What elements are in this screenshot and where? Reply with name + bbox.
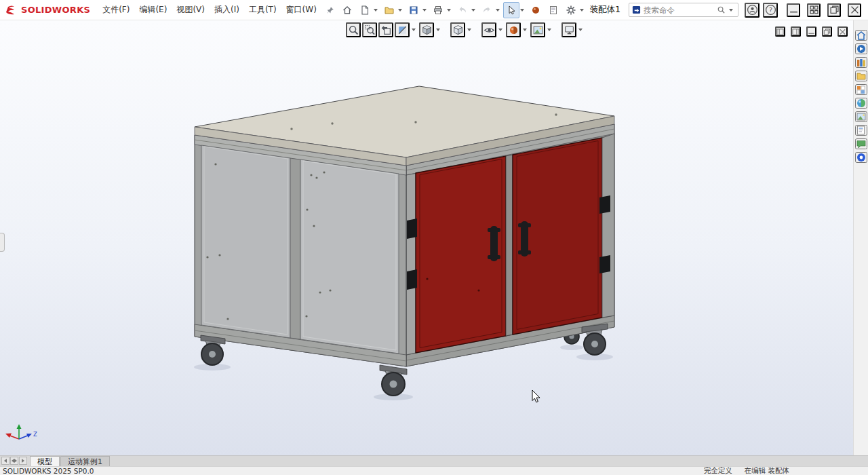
- select-button[interactable]: [503, 2, 519, 18]
- help-icon[interactable]: ?: [763, 3, 778, 18]
- menu-edit[interactable]: 编辑(E): [134, 1, 172, 18]
- open-document-dropdown[interactable]: [398, 9, 402, 12]
- previous-view-icon[interactable]: [378, 22, 393, 37]
- solidworks-logo-icon: [5, 5, 19, 16]
- document-title: 装配体1: [589, 4, 620, 16]
- tab-model[interactable]: 模型: [30, 456, 60, 466]
- menu-view[interactable]: 视图(V): [172, 1, 210, 18]
- mouse-cursor: [532, 390, 540, 402]
- menu-insert[interactable]: 插入(I): [210, 1, 244, 18]
- search-icon[interactable]: [717, 5, 726, 14]
- doc-minimize-icon[interactable]: [806, 26, 816, 37]
- options-dropdown[interactable]: [580, 9, 584, 12]
- user-account-icon[interactable]: [745, 3, 760, 18]
- menu-tools[interactable]: 工具(T): [244, 1, 281, 18]
- graphics-area[interactable]: Z: [0, 20, 853, 455]
- view-settings-icon[interactable]: [561, 22, 576, 37]
- view-orientation-dropdown[interactable]: [436, 28, 440, 31]
- new-document-dropdown[interactable]: [374, 9, 378, 12]
- solidworks-resources-icon[interactable]: [855, 43, 867, 54]
- caster-right[interactable]: [582, 324, 608, 355]
- taskpane-home-icon[interactable]: [855, 30, 867, 41]
- options-gear-icon[interactable]: [563, 2, 579, 18]
- command-search[interactable]: [629, 3, 738, 17]
- search-dropdown[interactable]: [729, 9, 733, 12]
- print-button[interactable]: [430, 2, 446, 18]
- caster-left[interactable]: [201, 335, 225, 365]
- view-orientation-icon[interactable]: [419, 22, 434, 37]
- redo-button[interactable]: [479, 2, 495, 18]
- search-input[interactable]: [644, 5, 714, 15]
- apply-scene-dropdown[interactable]: [547, 28, 551, 31]
- pane-expand-right-icon[interactable]: [791, 26, 801, 37]
- window-layout-icon[interactable]: [807, 3, 821, 17]
- close-icon[interactable]: [848, 3, 861, 17]
- pin-menu-icon[interactable]: [322, 2, 338, 18]
- zoom-to-fit-icon[interactable]: [346, 22, 361, 37]
- open-document-button[interactable]: [381, 2, 397, 18]
- caster-front[interactable]: [380, 365, 407, 396]
- zoom-to-area-icon[interactable]: [362, 22, 377, 37]
- save-button[interactable]: [406, 2, 422, 18]
- select-dropdown[interactable]: [520, 9, 524, 12]
- file-explorer-icon[interactable]: [855, 71, 867, 81]
- custom-properties-icon[interactable]: [855, 125, 867, 136]
- splitter-mid-icon[interactable]: [10, 457, 18, 465]
- menu-window[interactable]: 窗口(W): [281, 1, 321, 18]
- doc-restore-icon[interactable]: [822, 26, 832, 37]
- left-panel-2[interactable]: [300, 159, 399, 354]
- display-style-dropdown[interactable]: [467, 28, 471, 31]
- display-style-icon[interactable]: [450, 22, 465, 37]
- view-palette-icon[interactable]: [855, 84, 867, 95]
- rebuild-icon[interactable]: [528, 2, 544, 18]
- tab-motion-study[interactable]: 运动算例1: [60, 456, 110, 466]
- new-document-button[interactable]: [357, 2, 373, 18]
- forum-icon[interactable]: [855, 138, 867, 149]
- print-dropdown[interactable]: [447, 9, 451, 12]
- apply-scene-icon[interactable]: [530, 22, 545, 37]
- design-library-icon[interactable]: [855, 57, 867, 68]
- search-scope-icon[interactable]: [632, 5, 641, 14]
- undo-button[interactable]: [454, 2, 471, 18]
- pane-expand-left-icon[interactable]: [775, 26, 785, 37]
- edit-appearance-icon[interactable]: [506, 22, 521, 37]
- edit-appearance-dropdown[interactable]: [523, 28, 527, 31]
- menubar: SOLIDWORKS 文件(F) 编辑(E) 视图(V) 插入(I) 工具(T)…: [0, 0, 868, 20]
- status-doc-type: 装配体: [768, 466, 790, 474]
- redo-dropdown[interactable]: [496, 9, 500, 12]
- doc-close-icon[interactable]: [837, 26, 848, 37]
- panel-mid-post[interactable]: [290, 158, 300, 339]
- splitter-left-icon[interactable]: [1, 457, 9, 465]
- corner-post-right[interactable]: [602, 134, 614, 318]
- svg-text:Z: Z: [33, 431, 37, 438]
- save-dropdown[interactable]: [422, 9, 427, 12]
- file-properties-button[interactable]: [545, 2, 561, 18]
- door-center-post[interactable]: [506, 155, 513, 336]
- corner-post-front[interactable]: [406, 174, 416, 356]
- headsup-toolbar: [346, 22, 585, 37]
- cabinet-left-face[interactable]: [195, 135, 406, 366]
- document-window-controls: [775, 26, 848, 37]
- menu-file[interactable]: 文件(F): [98, 1, 134, 18]
- solidworks-window: SOLIDWORKS 文件(F) 编辑(E) 视图(V) 插入(I) 工具(T)…: [0, 0, 868, 475]
- section-view-icon[interactable]: [395, 22, 410, 37]
- home-button[interactable]: [339, 2, 355, 18]
- scenes-icon[interactable]: [855, 111, 867, 122]
- collapsed-panel-tab[interactable]: [0, 233, 5, 252]
- caster-shadow: [560, 345, 583, 350]
- left-panel-1[interactable]: [201, 145, 290, 338]
- minimize-icon[interactable]: [787, 3, 800, 17]
- origin-triad: Z: [5, 424, 37, 439]
- window-controls: [787, 3, 864, 17]
- hide-show-items-dropdown[interactable]: [498, 28, 502, 31]
- section-view-dropdown[interactable]: [412, 28, 416, 31]
- undo-dropdown[interactable]: [471, 9, 475, 12]
- marketplace-icon[interactable]: [855, 152, 867, 163]
- appearances-scenes-icon[interactable]: [855, 98, 867, 109]
- solidworks-logo: SOLIDWORKS: [5, 5, 90, 16]
- view-settings-dropdown[interactable]: [578, 28, 583, 31]
- assembly-model[interactable]: Z: [0, 20, 853, 455]
- restore-icon[interactable]: [827, 3, 841, 17]
- splitter-right-icon[interactable]: [19, 457, 27, 465]
- hide-show-items-icon[interactable]: [481, 22, 496, 37]
